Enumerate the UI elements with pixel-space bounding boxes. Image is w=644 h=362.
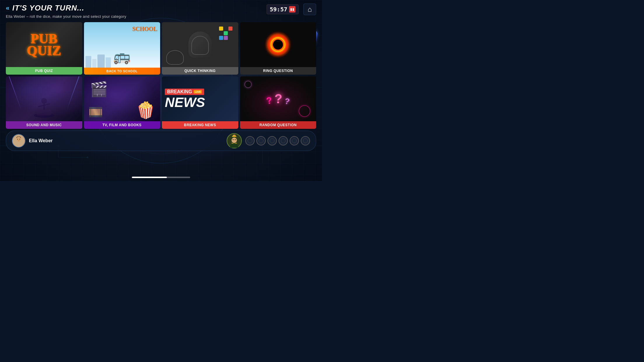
pub-quiz-image: PUBQUIZ (6, 22, 82, 67)
category-quick-thinking[interactable]: QUICK THINKING (162, 22, 238, 75)
character-avatar (227, 133, 242, 148)
random-image: ? ? ? (240, 76, 316, 121)
svg-point-14 (264, 31, 292, 59)
progress-fill (132, 177, 167, 178)
home-button[interactable]: ⌂ (303, 3, 316, 15)
turn-title-area: « IT'S YOUR TURN... (6, 3, 126, 13)
timer-value: 59:57 (270, 6, 287, 13)
subtitle-text: Ella Weber – roll the dice, make your mo… (6, 14, 126, 19)
tetris-empty-4 (228, 36, 232, 40)
category-breaking-news[interactable]: BREAKING LIVE NEWS BREAKING NEWS (162, 76, 238, 129)
news-content: BREAKING LIVE NEWS (162, 86, 238, 112)
home-icon: ⌂ (308, 5, 312, 13)
breaking-text: BREAKING (167, 89, 192, 94)
chevron-icon: « (6, 5, 9, 11)
token-1 (245, 136, 255, 145)
category-pub-quiz[interactable]: PUBQUIZ PUB QUIZ (6, 22, 82, 75)
token-inner-4 (281, 138, 286, 143)
tetris-blue (219, 36, 223, 40)
token-2 (256, 136, 266, 145)
progress-bar (132, 177, 190, 178)
token-4 (279, 136, 288, 145)
token-inner-5 (292, 138, 297, 143)
quick-thinking-image (162, 22, 238, 67)
tetris-empty-1 (224, 27, 228, 31)
tetris-purple (224, 36, 228, 40)
breaking-badge: BREAKING LIVE (165, 89, 204, 95)
svg-point-30 (232, 138, 237, 143)
ring-question-image (240, 22, 316, 67)
tetris-empty-2 (219, 31, 223, 35)
player-left: Ella Weber (12, 134, 53, 147)
token-3 (267, 136, 277, 145)
turn-title: IT'S YOUR TURN... (12, 3, 84, 13)
school-title-text: SCHOOL (132, 26, 157, 32)
quick-thinking-label: QUICK THINKING (162, 67, 238, 75)
film-content: 🍿 🎬 🎞️ (84, 76, 160, 121)
breaking-news-label: BREAKING NEWS (162, 121, 238, 129)
tetris-yellow (219, 27, 223, 31)
category-ring-question[interactable]: RING QUESTION (240, 22, 316, 75)
sound-music-image (6, 76, 82, 121)
back-to-school-image: SCHOOL 🚌 (84, 22, 160, 68)
score-tokens (245, 136, 310, 145)
ring-question-label: RING QUESTION (240, 67, 316, 75)
header: « IT'S YOUR TURN... Ella Weber – roll th… (0, 0, 322, 21)
pub-quiz-text: PUBQUIZ (27, 33, 61, 57)
player-right (227, 133, 310, 148)
random-label: RANDOM QUESTION (240, 121, 316, 129)
svg-point-31 (233, 139, 234, 140)
player-bar: Ella Weber (6, 131, 316, 151)
pub-quiz-label: PUB QUIZ (6, 67, 82, 75)
header-right: 59:57 ▮▮ ⌂ (267, 3, 316, 15)
svg-point-32 (235, 139, 236, 140)
pause-icon: ▮▮ (290, 7, 294, 11)
tv-film-image: 🍿 🎬 🎞️ (84, 76, 160, 121)
category-tv-film[interactable]: 🍿 🎬 🎞️ TV, FILM AND BOOKS (84, 76, 160, 129)
tv-film-label: TV, FILM AND BOOKS (84, 121, 160, 129)
category-random[interactable]: ? ? ? RANDOM QUESTION (240, 76, 316, 129)
school-content: SCHOOL 🚌 (84, 22, 160, 68)
token-inner-6 (303, 138, 308, 143)
news-word: NEWS (165, 96, 205, 109)
category-sound-music[interactable]: SOUND AND MUSIC (6, 76, 82, 129)
timer-box: 59:57 ▮▮ (267, 4, 299, 14)
token-5 (290, 136, 299, 145)
header-left: « IT'S YOUR TURN... Ella Weber – roll th… (6, 3, 126, 19)
breaking-news-image: BREAKING LIVE NEWS (162, 76, 238, 121)
token-inner-3 (270, 138, 274, 143)
brain-visual (162, 22, 238, 67)
progress-bar-container (132, 177, 190, 178)
token-6 (301, 136, 310, 145)
player-name: Ella Weber (29, 138, 53, 143)
svg-point-33 (234, 135, 235, 136)
svg-point-25 (19, 139, 20, 140)
tetris-red (228, 27, 232, 31)
tetris-empty-3 (228, 31, 232, 35)
sound-music-label: SOUND AND MUSIC (6, 121, 82, 129)
back-to-school-label: BACK TO SCHOOL (84, 68, 160, 75)
svg-point-24 (17, 139, 18, 140)
live-badge: LIVE (194, 90, 202, 94)
categories-grid: PUBQUIZ PUB QUIZ SCHOOL 🚌 BACK TO SCHOOL (0, 22, 322, 129)
token-inner-2 (259, 138, 263, 143)
pause-button[interactable]: ▮▮ (289, 6, 295, 13)
token-inner-1 (248, 138, 252, 143)
svg-point-6 (87, 157, 88, 158)
category-back-to-school[interactable]: SCHOOL 🚌 BACK TO SCHOOL (84, 22, 160, 75)
tetris-green (224, 31, 228, 35)
tetris-pieces (219, 27, 232, 40)
random-content: ? ? ? (240, 76, 316, 121)
music-scene (6, 76, 82, 121)
player-avatar (12, 134, 25, 147)
